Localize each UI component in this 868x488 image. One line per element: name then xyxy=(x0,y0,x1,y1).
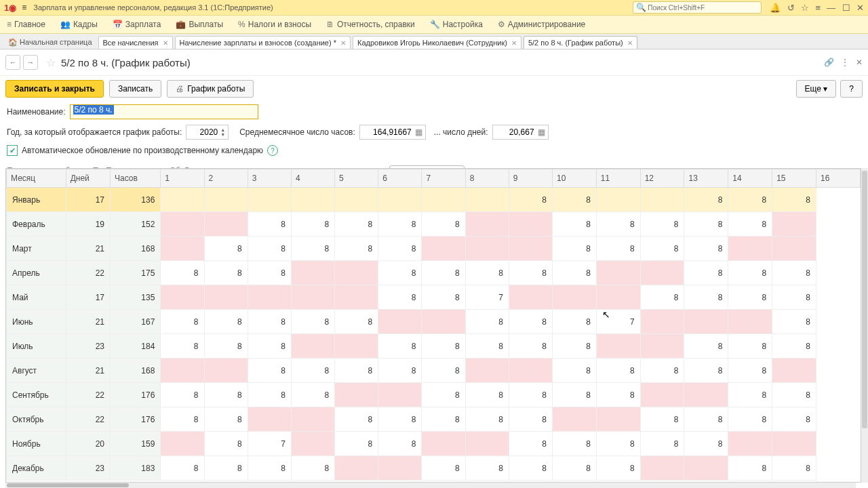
day-cell[interactable]: 8 xyxy=(640,407,684,432)
table-row[interactable]: Ноябрь20159878888888 xyxy=(7,432,861,456)
help-button[interactable]: ? xyxy=(840,80,863,98)
day-cell[interactable] xyxy=(291,407,334,432)
close-icon[interactable]: ✕ xyxy=(856,3,864,13)
tab-accrual-create[interactable]: Начисление зарплаты и взносов (создание)… xyxy=(175,36,351,49)
day-cell[interactable] xyxy=(465,212,509,237)
day-cell[interactable] xyxy=(772,237,816,261)
table-row[interactable]: Июнь211678888888878 xyxy=(7,310,861,334)
day-cell[interactable] xyxy=(640,334,684,359)
close-icon[interactable]: ✕ xyxy=(627,39,633,47)
day-cell[interactable]: 8 xyxy=(204,432,248,456)
table-row[interactable]: Октябрь2217688888888888 xyxy=(7,407,861,432)
day-cell[interactable]: 8 xyxy=(772,334,816,359)
day-cell[interactable] xyxy=(248,285,291,310)
day-cell[interactable]: 8 xyxy=(422,334,465,359)
table-row[interactable]: Апрель2217588888888888 xyxy=(7,261,861,285)
day-cell[interactable]: 8 xyxy=(596,456,640,481)
day-cell[interactable]: 8 xyxy=(204,456,248,481)
star-icon[interactable]: ☆ xyxy=(801,3,809,13)
day-cell[interactable] xyxy=(422,432,465,456)
day-cell[interactable] xyxy=(422,188,465,212)
day-cell[interactable]: 8 xyxy=(291,456,334,481)
day-cell[interactable]: 8 xyxy=(161,407,204,432)
day-cell[interactable]: 8 xyxy=(248,456,291,481)
day-cell[interactable]: 8 xyxy=(684,407,728,432)
day-cell[interactable]: 8 xyxy=(553,432,597,456)
day-cell[interactable]: 8 xyxy=(422,456,465,481)
kebab-icon[interactable]: ⋮ xyxy=(841,58,849,67)
day-cell[interactable] xyxy=(640,310,684,334)
table-row[interactable]: Февраль191528888888888 xyxy=(7,212,861,237)
table-row[interactable]: Май171358878888 xyxy=(7,285,861,310)
day-cell[interactable] xyxy=(161,188,204,212)
day-cell[interactable]: 8 xyxy=(248,261,291,285)
day-cell[interactable]: 8 xyxy=(291,212,334,237)
day-cell[interactable]: 8 xyxy=(684,188,728,212)
burger-icon[interactable]: ≡ xyxy=(22,3,26,12)
day-cell[interactable]: 8 xyxy=(684,285,728,310)
avg-hours-input[interactable]: ▦ xyxy=(359,125,426,140)
day-cell[interactable]: 8 xyxy=(204,261,248,285)
menu-nastroyka[interactable]: 🔧Настройка xyxy=(430,20,483,29)
day-cell[interactable]: 8 xyxy=(553,456,597,481)
bell-icon[interactable]: 🔔 xyxy=(770,3,781,13)
day-cell[interactable]: 7 xyxy=(248,432,291,456)
day-cell[interactable]: 8 xyxy=(640,212,684,237)
day-cell[interactable]: 8 xyxy=(728,334,772,359)
day-cell[interactable] xyxy=(335,261,378,285)
day-cell[interactable]: 8 xyxy=(465,261,509,285)
day-cell[interactable]: 8 xyxy=(161,310,204,334)
day-cell[interactable]: 8 xyxy=(378,334,422,359)
day-cell[interactable]: 8 xyxy=(204,383,248,407)
day-cell[interactable]: 8 xyxy=(772,407,816,432)
day-cell[interactable]: 8 xyxy=(335,407,378,432)
day-cell[interactable] xyxy=(378,310,422,334)
day-cell[interactable]: 8 xyxy=(422,383,465,407)
day-cell[interactable]: 8 xyxy=(161,456,204,481)
day-cell[interactable]: 8 xyxy=(335,359,378,383)
day-cell[interactable]: 8 xyxy=(684,212,728,237)
auto-update-checkbox[interactable]: ✔ xyxy=(7,145,18,156)
day-cell[interactable] xyxy=(684,456,728,481)
day-cell[interactable]: 8 xyxy=(465,383,509,407)
day-cell[interactable] xyxy=(335,456,378,481)
menu-main[interactable]: ≡Главное xyxy=(7,20,45,29)
day-cell[interactable] xyxy=(728,310,772,334)
print-button[interactable]: 🖨График работы xyxy=(167,80,254,98)
day-cell[interactable]: 8 xyxy=(596,359,640,383)
horizontal-scrollbar[interactable] xyxy=(5,483,856,488)
day-cell[interactable] xyxy=(509,359,552,383)
day-cell[interactable]: 7 xyxy=(465,285,509,310)
day-cell[interactable] xyxy=(204,212,248,237)
day-cell[interactable]: 8 xyxy=(596,432,640,456)
day-cell[interactable]: 8 xyxy=(248,212,291,237)
day-cell[interactable]: 8 xyxy=(772,188,816,212)
close-icon[interactable]: ✕ xyxy=(340,39,346,47)
day-cell[interactable]: 8 xyxy=(772,310,816,334)
day-cell[interactable]: 8 xyxy=(161,261,204,285)
day-cell[interactable]: 8 xyxy=(728,212,772,237)
day-cell[interactable] xyxy=(291,261,334,285)
help-icon[interactable]: ? xyxy=(267,145,278,156)
day-cell[interactable]: 8 xyxy=(553,383,597,407)
day-cell[interactable]: 8 xyxy=(553,334,597,359)
day-cell[interactable] xyxy=(465,359,509,383)
day-cell[interactable] xyxy=(640,456,684,481)
day-cell[interactable] xyxy=(291,334,334,359)
day-cell[interactable]: 8 xyxy=(378,359,422,383)
day-cell[interactable] xyxy=(248,188,291,212)
day-cell[interactable]: 8 xyxy=(248,383,291,407)
table-row[interactable]: Июль2318488888888888 xyxy=(7,334,861,359)
write-close-button[interactable]: Записать и закрыть xyxy=(5,80,104,98)
day-cell[interactable]: 8 xyxy=(378,212,422,237)
day-cell[interactable]: 8 xyxy=(640,432,684,456)
avg-days-input[interactable]: ▦ xyxy=(492,125,549,140)
search-input[interactable] xyxy=(646,3,758,12)
day-cell[interactable]: 8 xyxy=(378,237,422,261)
day-cell[interactable]: 8 xyxy=(378,285,422,310)
day-cell[interactable]: 8 xyxy=(553,237,597,261)
day-cell[interactable] xyxy=(248,407,291,432)
day-cell[interactable]: 8 xyxy=(684,359,728,383)
day-cell[interactable]: 8 xyxy=(728,188,772,212)
day-cell[interactable]: 8 xyxy=(509,432,552,456)
